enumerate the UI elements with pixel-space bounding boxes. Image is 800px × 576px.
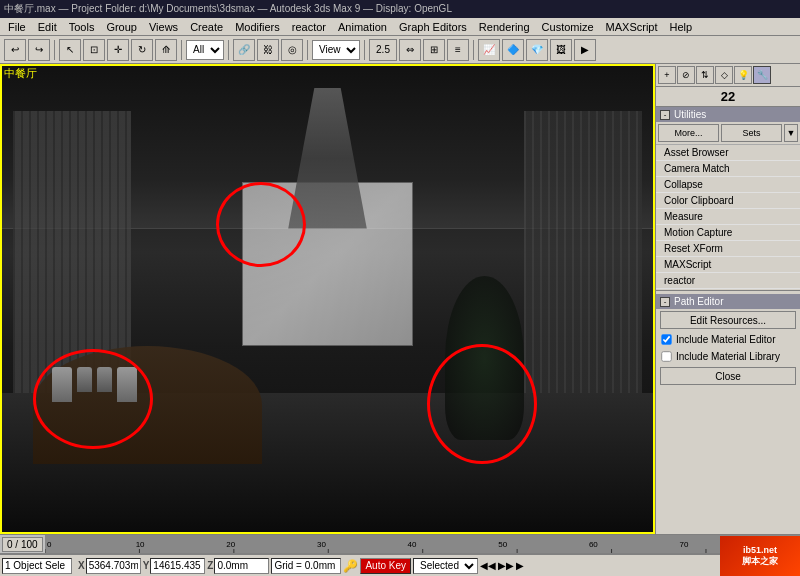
path-editor-section: - Path Editor Edit Resources... Include … — [656, 294, 800, 387]
camera-match-item[interactable]: Camera Match — [656, 161, 800, 177]
select-filter-dropdown[interactable]: All — [186, 40, 224, 60]
menu-help[interactable]: Help — [664, 21, 699, 33]
y-input[interactable] — [150, 558, 205, 574]
material-button[interactable]: 💎 — [526, 39, 548, 61]
display-icon[interactable]: 💡 — [734, 66, 752, 84]
sets-menu-icon[interactable]: ▼ — [784, 124, 798, 142]
maxscript-item[interactable]: MAXScript — [656, 257, 800, 273]
scale-button[interactable]: ⟰ — [155, 39, 177, 61]
menu-create[interactable]: Create — [184, 21, 229, 33]
utilities-icon[interactable]: 🔧 — [753, 66, 771, 84]
select-button[interactable]: ↖ — [59, 39, 81, 61]
path-editor-header: - Path Editor — [656, 294, 800, 309]
motion-capture-item[interactable]: Motion Capture — [656, 225, 800, 241]
utilities-sub-toolbar: More... Sets ▼ — [656, 122, 800, 145]
undo-button[interactable]: ↩ — [4, 39, 26, 61]
timeline-svg: 0 10 20 30 40 50 60 70 80 — [45, 535, 800, 553]
path-editor-label: Path Editor — [674, 296, 723, 307]
z-input[interactable] — [214, 558, 269, 574]
curve-editor-button[interactable]: 📈 — [478, 39, 500, 61]
menu-group[interactable]: Group — [100, 21, 143, 33]
auto-key-button[interactable]: Auto Key — [360, 558, 411, 574]
z-coord-field: Z — [207, 558, 269, 574]
menu-edit[interactable]: Edit — [32, 21, 63, 33]
selected-dropdown[interactable]: Selected — [413, 558, 478, 574]
align-button[interactable]: ≡ — [447, 39, 469, 61]
schematic-button[interactable]: 🔷 — [502, 39, 524, 61]
toolbar: ↩ ↪ ↖ ⊡ ✛ ↻ ⟰ All 🔗 ⛓ ◎ View 2.5 ⇔ ⊞ ≡ 📈… — [0, 36, 800, 64]
timeline-counter[interactable]: 0 / 100 — [2, 537, 43, 552]
timeline-ruler[interactable]: 0 10 20 30 40 50 60 70 80 — [45, 535, 800, 553]
z-label: Z — [207, 560, 213, 571]
menu-file[interactable]: File — [2, 21, 32, 33]
nav-icon[interactable]: ▶ — [516, 560, 524, 571]
select-region-button[interactable]: ⊡ — [83, 39, 105, 61]
move-button[interactable]: ✛ — [107, 39, 129, 61]
scene-background — [0, 64, 655, 534]
redo-button[interactable]: ↪ — [28, 39, 50, 61]
color-clipboard-item[interactable]: Color Clipboard — [656, 193, 800, 209]
logo-line2: 脚本之家 — [742, 555, 778, 568]
toolbar-separator-4 — [307, 40, 308, 60]
menu-customize[interactable]: Customize — [536, 21, 600, 33]
modify-icon[interactable]: ⊘ — [677, 66, 695, 84]
menu-tools[interactable]: Tools — [63, 21, 101, 33]
menu-maxscript[interactable]: MAXScript — [600, 21, 664, 33]
right-panel: + ⊘ ⇅ ◇ 💡 🔧 22 - Utilities More... Sets … — [655, 64, 800, 534]
hierarchy-icon[interactable]: ⇅ — [696, 66, 714, 84]
utilities-section-header: - Utilities — [656, 107, 800, 122]
link-button[interactable]: 🔗 — [233, 39, 255, 61]
panel-divider — [656, 290, 800, 291]
object-selection-display: 1 Object Sele — [2, 558, 72, 574]
asset-browser-item[interactable]: Asset Browser — [656, 145, 800, 161]
motion-icon[interactable]: ◇ — [715, 66, 733, 84]
x-label: X — [78, 560, 85, 571]
view-dropdown[interactable]: View — [312, 40, 360, 60]
rotate-button[interactable]: ↻ — [131, 39, 153, 61]
collapse-item[interactable]: Collapse — [656, 177, 800, 193]
menu-graph-editors[interactable]: Graph Editors — [393, 21, 473, 33]
include-material-editor-label: Include Material Editor — [676, 334, 776, 345]
panel-number: 22 — [656, 87, 800, 107]
reset-xform-item[interactable]: Reset XForm — [656, 241, 800, 257]
measure-item[interactable]: Measure — [656, 209, 800, 225]
svg-text:0: 0 — [47, 540, 52, 549]
include-material-library-checkbox[interactable] — [661, 351, 671, 361]
utilities-expand-button[interactable]: - — [660, 110, 670, 120]
array-button[interactable]: ⊞ — [423, 39, 445, 61]
include-material-library-label: Include Material Library — [676, 351, 780, 362]
utilities-label: Utilities — [674, 109, 706, 120]
render-button[interactable]: 🖼 — [550, 39, 572, 61]
title-text: 中餐厅.max — Project Folder: d:\My Document… — [4, 2, 452, 16]
svg-text:20: 20 — [226, 540, 235, 549]
create-icon[interactable]: + — [658, 66, 676, 84]
x-input[interactable] — [86, 558, 141, 574]
svg-text:60: 60 — [588, 540, 597, 549]
toolbar-separator-2 — [181, 40, 182, 60]
menu-modifiers[interactable]: Modifiers — [229, 21, 286, 33]
menu-views[interactable]: Views — [143, 21, 184, 33]
menu-rendering[interactable]: Rendering — [473, 21, 536, 33]
mirror-button[interactable]: ⇔ — [399, 39, 421, 61]
include-material-editor-checkbox[interactable] — [661, 334, 671, 344]
close-button[interactable]: Close — [660, 367, 796, 385]
vase-object — [52, 367, 72, 402]
nav-prev-icon[interactable]: ◀◀ — [480, 560, 496, 571]
svg-text:70: 70 — [679, 540, 688, 549]
zoom-input[interactable]: 2.5 — [369, 39, 397, 61]
edit-resources-button[interactable]: Edit Resources... — [660, 311, 796, 329]
menu-reactor[interactable]: reactor — [286, 21, 332, 33]
reactor-item[interactable]: reactor — [656, 273, 800, 289]
more-button[interactable]: More... — [658, 124, 719, 142]
path-editor-expand-button[interactable]: - — [660, 297, 670, 307]
quick-render-button[interactable]: ▶ — [574, 39, 596, 61]
corner-logo: ib51.net 脚本之家 — [720, 536, 800, 576]
svg-text:50: 50 — [498, 540, 507, 549]
nav-next-icon[interactable]: ▶▶ — [498, 560, 514, 571]
menu-animation[interactable]: Animation — [332, 21, 393, 33]
cup-object-1 — [77, 367, 92, 392]
sets-button[interactable]: Sets — [721, 124, 782, 142]
unlink-button[interactable]: ⛓ — [257, 39, 279, 61]
viewport-area[interactable]: 中餐厅 — [0, 64, 655, 534]
bind-button[interactable]: ◎ — [281, 39, 303, 61]
